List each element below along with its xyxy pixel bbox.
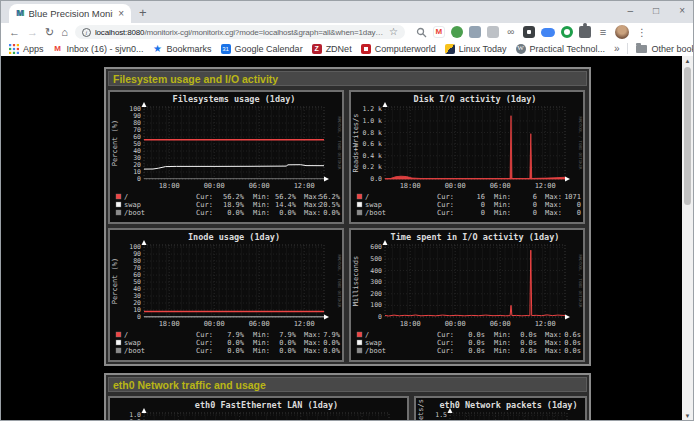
blue-extension-icon[interactable] bbox=[541, 28, 555, 37]
svg-text:/: / bbox=[124, 193, 128, 201]
browser-menu-icon[interactable]: ⋮ bbox=[637, 27, 647, 38]
svg-text:Min:: Min: bbox=[253, 209, 270, 217]
svg-text:0.0s: 0.0s bbox=[520, 339, 537, 347]
svg-text:70: 70 bbox=[133, 264, 141, 272]
bookmark-item[interactable]: Computerworld bbox=[361, 44, 436, 54]
svg-text:Max:: Max: bbox=[304, 347, 321, 355]
tab-close-icon[interactable]: × bbox=[118, 9, 124, 19]
address-bar[interactable]: i localhost:8080/monitorix-cgi/monitorix… bbox=[75, 25, 405, 39]
svg-text:1.5: 1.5 bbox=[435, 411, 447, 419]
svg-text:100: 100 bbox=[129, 105, 141, 113]
apps-shortcut[interactable]: Apps bbox=[9, 44, 44, 54]
scrollbar-thumb[interactable] bbox=[684, 67, 691, 205]
svg-text:1.0 k: 1.0 k bbox=[362, 117, 382, 125]
window-minimize-button[interactable]: – bbox=[628, 6, 634, 16]
reader-extension-icon[interactable]: ∞ bbox=[505, 26, 517, 38]
svg-text:Min:: Min: bbox=[253, 193, 270, 201]
svg-text:200: 200 bbox=[370, 290, 382, 298]
home-icon[interactable]: ⌂ bbox=[61, 27, 68, 38]
chart-panel-eth0-traffic[interactable]: eth0 FastEthernet LAN (1day)bits/s1.00.9… bbox=[108, 396, 409, 421]
chart-panel-disk-io[interactable]: Disk I/O activity (1day)Reads+Writes/s0.… bbox=[349, 90, 585, 224]
svg-text:/: / bbox=[124, 331, 128, 339]
bookmark-star-icon[interactable]: ☆ bbox=[389, 27, 398, 37]
eth0-packets-chart[interactable]: eth0 Network packets (1day)Packets/s1.51… bbox=[416, 398, 585, 421]
copy-pages-extension-icon[interactable] bbox=[469, 26, 481, 38]
svg-text:300: 300 bbox=[370, 278, 382, 286]
page-scrollbar[interactable]: ▲ ▼ bbox=[682, 56, 693, 421]
chart-panel-time-io[interactable]: Time spent in I/O activity (1day)Millise… bbox=[349, 228, 585, 362]
gmail-extension-icon[interactable]: M bbox=[433, 26, 445, 38]
forward-icon[interactable]: → bbox=[27, 27, 38, 38]
svg-text:0.6s: 0.6s bbox=[564, 331, 581, 339]
chart-panel-filesystems-usage[interactable]: Filesystems usage (1day)Percent (%)01020… bbox=[108, 90, 344, 224]
svg-text:00:00: 00:00 bbox=[445, 320, 466, 328]
svg-text:0.0%: 0.0% bbox=[227, 209, 245, 217]
filesystems-usage-chart[interactable]: Filesystems usage (1day)Percent (%)01020… bbox=[110, 92, 342, 222]
chart-panel-eth0-packets[interactable]: eth0 Network packets (1day)Packets/s1.51… bbox=[414, 396, 587, 421]
svg-text:00:00: 00:00 bbox=[204, 320, 225, 328]
svg-text:60: 60 bbox=[133, 271, 141, 279]
svg-text:0: 0 bbox=[137, 313, 141, 321]
bookmark-item[interactable]: MInbox (16) - sjvn0... bbox=[53, 44, 144, 54]
svg-text:0: 0 bbox=[533, 209, 537, 217]
svg-text:Inode usage (1day): Inode usage (1day) bbox=[188, 232, 280, 242]
time-spent-io-chart[interactable]: Time spent in I/O activity (1day)Millise… bbox=[351, 230, 583, 360]
svg-text:/boot: /boot bbox=[124, 209, 145, 217]
back-icon[interactable]: ← bbox=[9, 27, 20, 38]
svg-text:RRDTOOL / TOBI OETIKER: RRDTOOL / TOBI OETIKER bbox=[337, 255, 342, 309]
svg-text:12:00: 12:00 bbox=[535, 182, 556, 190]
bookmark-item[interactable]: 31Google Calendar bbox=[221, 44, 303, 54]
dark-extension-icon[interactable] bbox=[523, 26, 535, 38]
svg-text:0.0%: 0.0% bbox=[279, 347, 297, 355]
svg-text:70: 70 bbox=[133, 126, 141, 134]
svg-text:0.6 k: 0.6 k bbox=[362, 140, 382, 148]
svg-text:Min:: Min: bbox=[253, 331, 270, 339]
bookmark-item[interactable]: ★Bookmarks bbox=[153, 44, 212, 54]
bookmark-item[interactable]: WPractical Technol... bbox=[516, 44, 605, 54]
window-close-button[interactable]: × bbox=[679, 6, 685, 16]
bookmarks-overflow-chevron[interactable]: » bbox=[614, 43, 620, 54]
svg-text:Cur:: Cur: bbox=[196, 331, 213, 339]
extensions-puzzle-icon[interactable] bbox=[579, 26, 591, 38]
reload-icon[interactable]: ↻ bbox=[45, 27, 54, 38]
svg-text:Disk I/O activity (1day): Disk I/O activity (1day) bbox=[414, 94, 537, 104]
svg-text:7.9%: 7.9% bbox=[279, 331, 297, 339]
svg-text:7.9%: 7.9% bbox=[227, 331, 245, 339]
scroll-down-icon[interactable]: ▼ bbox=[685, 411, 691, 421]
svg-text:swap: swap bbox=[124, 201, 141, 209]
profile-avatar[interactable] bbox=[615, 25, 629, 39]
search-icon[interactable] bbox=[416, 27, 427, 38]
inode-usage-chart[interactable]: Inode usage (1day)Percent (%)01020304050… bbox=[110, 230, 342, 360]
url-text: localhost:8080/monitorix-cgi/monitorix.c… bbox=[95, 28, 385, 37]
svg-text:12:00: 12:00 bbox=[294, 320, 315, 328]
svg-text:90: 90 bbox=[133, 250, 141, 258]
site-info-icon[interactable]: i bbox=[82, 28, 91, 37]
svg-text:0.0%: 0.0% bbox=[279, 339, 297, 347]
disk-io-activity-chart[interactable]: Disk I/O activity (1day)Reads+Writes/s0.… bbox=[351, 92, 583, 222]
green-ring-extension-icon[interactable] bbox=[561, 26, 573, 38]
gray-extension-icon[interactable] bbox=[487, 26, 499, 38]
new-tab-button[interactable]: + bbox=[139, 3, 147, 23]
scroll-up-icon[interactable]: ▲ bbox=[685, 56, 691, 67]
bookmark-item[interactable]: ZZDNet bbox=[312, 44, 352, 54]
tab-list-icon[interactable]: ≡ bbox=[597, 26, 609, 38]
svg-text:Cur:: Cur: bbox=[437, 347, 454, 355]
svg-text:Min:: Min: bbox=[253, 347, 270, 355]
svg-text:56.2%: 56.2% bbox=[275, 193, 297, 201]
svg-text:/boot: /boot bbox=[365, 347, 386, 355]
svg-text:00:00: 00:00 bbox=[204, 182, 225, 190]
svg-text:40: 40 bbox=[133, 147, 141, 155]
bookmark-item[interactable]: Linux Today bbox=[445, 44, 507, 54]
svg-text:Min:: Min: bbox=[494, 193, 511, 201]
svg-text:20: 20 bbox=[133, 161, 141, 169]
chart-panel-inode-usage[interactable]: Inode usage (1day)Percent (%)01020304050… bbox=[108, 228, 344, 362]
svg-text:Cur:: Cur: bbox=[437, 193, 454, 201]
svg-text:Max:: Max: bbox=[545, 347, 562, 355]
other-bookmarks-button[interactable]: Other bookmarks bbox=[636, 44, 694, 54]
privacy-extension-icon[interactable] bbox=[451, 26, 463, 38]
browser-tab[interactable]: M Blue Precision Monitorix × bbox=[9, 4, 131, 23]
svg-text:0.0s: 0.0s bbox=[564, 339, 581, 347]
window-maximize-button[interactable]: □ bbox=[653, 6, 659, 16]
svg-text:12:00: 12:00 bbox=[535, 320, 556, 328]
eth0-traffic-chart[interactable]: eth0 FastEthernet LAN (1day)bits/s1.00.9… bbox=[110, 398, 407, 421]
